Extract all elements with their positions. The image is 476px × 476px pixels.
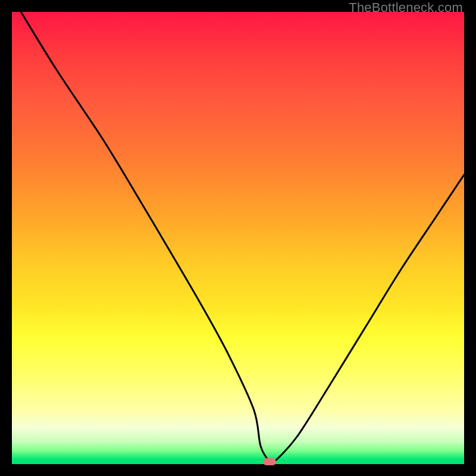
plot-area [12,12,464,464]
curve-svg [12,12,464,464]
bottleneck-curve-path [21,12,464,464]
minimum-marker [263,458,276,465]
chart-frame: TheBottleneck.com [0,0,476,476]
